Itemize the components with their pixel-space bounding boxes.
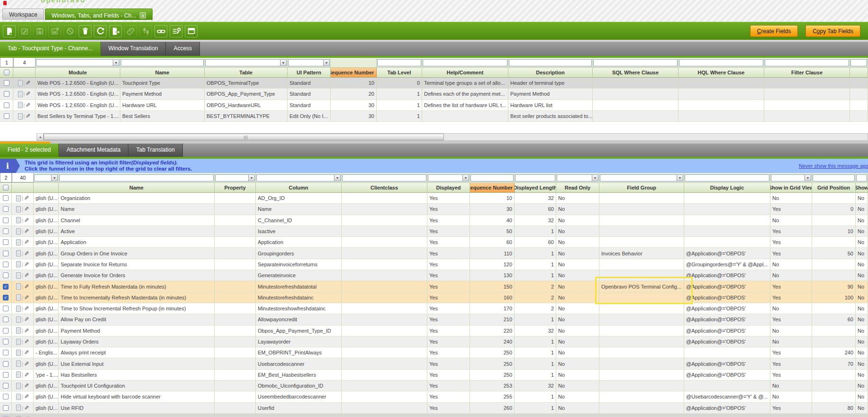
- row-checkbox[interactable]: [3, 239, 9, 245]
- cell-tab-level[interactable]: 1: [377, 111, 422, 121]
- row-checkbox[interactable]: [3, 350, 9, 355]
- cell-name[interactable]: Layaway Orders: [59, 336, 215, 347]
- cell-col[interactable]: glish (U...: [34, 336, 59, 347]
- cell-field-group[interactable]: [599, 358, 684, 369]
- cell-filter-clause[interactable]: [764, 111, 850, 121]
- scroll-left-arrow-icon[interactable]: ◂: [37, 134, 44, 140]
- cell-tab-level[interactable]: 0: [377, 78, 422, 88]
- cell-displayed[interactable]: Yes: [427, 414, 470, 417]
- cell-displayed-length[interactable]: 2: [515, 292, 556, 303]
- cell-hql-where-clause[interactable]: [678, 100, 764, 110]
- open-in-form-icon[interactable]: [16, 405, 21, 411]
- show-filter-input[interactable]: [856, 174, 867, 181]
- cell-clientclass[interactable]: [342, 204, 427, 214]
- tab-workspace[interactable]: Workspace: [2, 9, 44, 20]
- column-header-tab-level[interactable]: Tab Level: [377, 68, 422, 78]
- open-in-form-icon[interactable]: [16, 206, 21, 212]
- cell-show[interactable]: No: [856, 281, 868, 291]
- cell-show[interactable]: No: [856, 226, 868, 236]
- open-in-form-icon[interactable]: [16, 317, 21, 323]
- row-checkbox[interactable]: [4, 102, 9, 108]
- cell-column[interactable]: Minutestorefreshdatainc: [256, 292, 342, 303]
- cell-name[interactable]: Active: [59, 226, 215, 236]
- column-header-module[interactable]: Module: [36, 68, 120, 78]
- cell-ui-pattern[interactable]: Edit Only (No I...: [288, 111, 331, 121]
- row-checkbox[interactable]: [4, 91, 9, 97]
- cell-clientclass[interactable]: [342, 314, 427, 325]
- cell-grid-position[interactable]: 240: [812, 347, 856, 358]
- tab-attachment-metadata[interactable]: Attachment Metadata: [59, 144, 128, 157]
- edit-record-icon[interactable]: ✎: [26, 102, 30, 108]
- column-header-hql-where-clause[interactable]: HQL Where Clause: [678, 68, 764, 78]
- cell-show[interactable]: No: [856, 414, 868, 417]
- cell-col[interactable]: 'ype - 1....: [34, 370, 59, 380]
- cell-sequence-number[interactable]: 20: [331, 89, 377, 99]
- open-in-form-icon[interactable]: [16, 350, 21, 356]
- cell-name[interactable]: Name: [59, 204, 215, 214]
- row-checkbox-checked[interactable]: ✓: [3, 295, 9, 300]
- displayed-filter-dropdown-icon[interactable]: ▼: [462, 175, 469, 181]
- cell-sequence-number[interactable]: 255: [470, 391, 515, 402]
- edit-record-icon[interactable]: ✎: [24, 262, 29, 267]
- row-checkbox[interactable]: [3, 361, 9, 367]
- cell-show[interactable]: No: [856, 314, 868, 325]
- table-row[interactable]: |✎glish (U...OrganizationAD_Org_IDYes103…: [0, 193, 868, 204]
- edit-record-icon[interactable]: ✎: [24, 251, 29, 256]
- cell-grid-position[interactable]: 50: [812, 248, 856, 258]
- cell-read-only[interactable]: No: [556, 336, 599, 347]
- cell-hql-where-clause[interactable]: [678, 89, 764, 99]
- select-all-checkbox-box[interactable]: [4, 70, 9, 75]
- cell-displayed-length[interactable]: 1: [515, 391, 556, 402]
- cell-clientclass[interactable]: [342, 403, 427, 413]
- cell-show[interactable]: No: [856, 237, 868, 247]
- edit-record-icon[interactable]: ✎: [24, 195, 29, 201]
- column-header-property[interactable]: Property: [215, 183, 256, 193]
- cell-show-in-grid-view[interactable]: Yes: [770, 358, 812, 369]
- table-row[interactable]: |✎1.3.120...Show Gift Card and Gift Vouc…: [0, 414, 868, 417]
- cell-displayed[interactable]: Yes: [427, 215, 470, 226]
- table-filter-dropdown-icon[interactable]: ▼: [280, 60, 286, 66]
- cell-col[interactable]: glish (U...: [34, 226, 59, 236]
- ui-pattern-filter-input[interactable]: ▼: [288, 59, 330, 66]
- row-checkbox[interactable]: [3, 394, 9, 399]
- cell-grid-position[interactable]: [812, 326, 856, 336]
- sql-where-clause-filter-input[interactable]: [593, 59, 678, 66]
- property-filter-input[interactable]: ▼: [215, 174, 255, 181]
- read-only-filter-input[interactable]: ▼: [557, 174, 598, 181]
- cell-help-comment[interactable]: Defines the list of hardware URL t...: [422, 100, 508, 110]
- cell-show-in-grid-view[interactable]: Yes: [770, 292, 812, 303]
- open-in-form-icon[interactable]: [16, 294, 21, 300]
- cell-help-comment[interactable]: Terminal type groups a set of allo...: [422, 78, 508, 88]
- cell-read-only[interactable]: No: [556, 414, 599, 417]
- cell-module[interactable]: Web POS - 1.2.6500 - English (U...: [36, 78, 120, 88]
- cell-sequence-number[interactable]: 110: [470, 248, 515, 258]
- cell-clientclass[interactable]: [342, 381, 427, 391]
- cell-displayed-length[interactable]: 1: [515, 226, 556, 236]
- table-row[interactable]: |✎glish (U...Payment MethodObpos_App_Pay…: [0, 326, 868, 336]
- cell-show[interactable]: No: [856, 347, 868, 358]
- cell-sequence-number[interactable]: 50: [470, 226, 515, 236]
- cell-field-group[interactable]: Invoices Behavior: [599, 248, 684, 258]
- row-checkbox[interactable]: [3, 317, 9, 322]
- cell-show-in-grid-view[interactable]: No: [770, 414, 812, 417]
- open-in-form-icon[interactable]: [16, 283, 21, 290]
- cell-col[interactable]: glish (U...: [34, 259, 59, 270]
- cell-name[interactable]: Use External Input: [59, 358, 215, 369]
- column-header-sql-where-clause[interactable]: SQL Where Clause: [593, 68, 678, 78]
- tab-access[interactable]: Access: [166, 42, 200, 56]
- cell-property[interactable]: [215, 326, 256, 336]
- cell-grid-position[interactable]: [812, 336, 856, 347]
- cell-table[interactable]: BEST_BYTERMINALTYPE: [205, 111, 288, 121]
- column-header-clientclass[interactable]: Clientclass: [342, 183, 427, 193]
- cell-sql-where-clause[interactable]: [593, 111, 678, 121]
- cell-field-group[interactable]: [599, 414, 684, 417]
- edit-in-form-icon[interactable]: [18, 25, 31, 37]
- cell-show[interactable]: No: [856, 292, 868, 303]
- cell-clientclass[interactable]: [342, 303, 427, 314]
- audit-trail-icon[interactable]: [139, 25, 152, 37]
- cell-show-in-grid-view[interactable]: No: [770, 259, 812, 270]
- table-row[interactable]: ✓|✎glish (U...Time to Incrementally Refr…: [0, 292, 868, 303]
- cell-clientclass[interactable]: [342, 292, 427, 303]
- module-filter-input[interactable]: ▼: [36, 59, 119, 66]
- cell-clientclass[interactable]: [342, 391, 427, 402]
